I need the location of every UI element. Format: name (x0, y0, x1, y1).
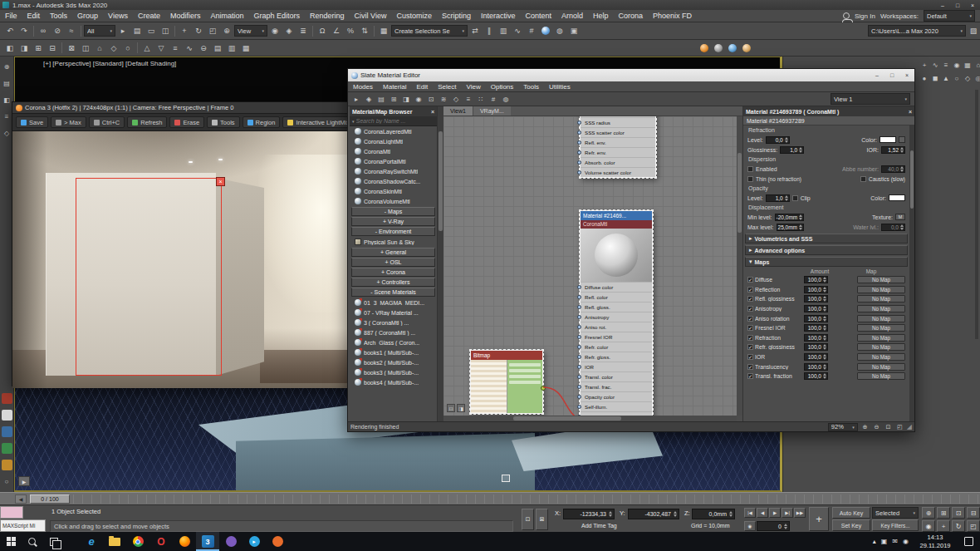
maximize-viewport-toggle-icon[interactable]: ◰ (967, 520, 980, 532)
utilities-tab-icon[interactable]: ⌂ (973, 60, 980, 70)
menu-item[interactable]: Animation (205, 10, 248, 22)
map-slot-button[interactable]: No Map (857, 276, 905, 283)
taskbar-app-vlc[interactable] (266, 532, 289, 551)
map-slot-button[interactable]: No Map (857, 295, 905, 303)
side-toolbar-icon[interactable] (2, 426, 12, 437)
side-toolbar-icon[interactable]: ⊕ (2, 61, 12, 72)
menu-item[interactable]: Interactive (476, 10, 521, 22)
map-amount-spinner[interactable]: 100,0 (804, 334, 828, 342)
slot-connector-icon[interactable] (577, 405, 581, 409)
tray-icon[interactable]: ✉ (892, 538, 898, 545)
map-amount-spinner[interactable]: 100,0 (804, 286, 828, 293)
show-shaded-in-viewport-icon[interactable]: ◨ (400, 93, 412, 105)
start-button[interactable] (0, 532, 22, 551)
taskbar-clock[interactable]: 14:13 29.11.2019 (911, 534, 959, 550)
object-type-icon[interactable]: ◎ (973, 73, 980, 83)
go-to-start-button[interactable]: |◀ (744, 508, 756, 518)
browser-section-environment[interactable]: - Environment (351, 227, 435, 236)
key-mode-toggle-icon[interactable]: ◉ (744, 521, 756, 531)
tool-icon[interactable]: ⊞ (32, 42, 45, 55)
refraction-level-spinner[interactable]: 0,0 (766, 136, 790, 144)
minimize-icon[interactable]: – (870, 69, 884, 81)
menu-item[interactable]: Graph Editors (248, 10, 305, 22)
node-slot[interactable]: Refl. gloss. (581, 302, 652, 312)
taskbar-app-chrome[interactable] (126, 532, 149, 551)
zoom-tool-icon[interactable]: ⊖ (872, 423, 881, 431)
put-to-library-icon[interactable]: ▤ (375, 93, 387, 105)
slot-connector-icon[interactable] (577, 395, 581, 399)
corona-toolbar-button[interactable]: Ctrl+C (89, 116, 125, 128)
redo-icon[interactable]: ↷ (17, 24, 31, 37)
slate-menu-item[interactable]: Edit (411, 81, 433, 91)
tool-icon[interactable]: △ (140, 42, 154, 55)
key-selection-dropdown[interactable]: Selected▾ (872, 507, 919, 519)
bitmap-node-title[interactable]: Bitmap (471, 351, 542, 360)
node-slot[interactable]: Transl. frac. (581, 381, 652, 391)
map-amount-spinner[interactable]: 100,0 (804, 353, 828, 361)
search-input[interactable] (356, 118, 434, 124)
rollout-maps[interactable]: ▾Maps (745, 257, 908, 267)
tool-icon[interactable]: ◫ (79, 42, 92, 55)
corona-toolbar-button[interactable]: Region (243, 116, 281, 128)
map-enable-checkbox[interactable]: ✓ (747, 287, 753, 293)
layer-manager-icon[interactable]: ▥ (497, 24, 510, 37)
map-slot-button[interactable]: No Map (857, 324, 905, 332)
go-to-end-button[interactable]: ▶▶ (794, 508, 806, 518)
select-object-icon[interactable]: ▸ (116, 24, 130, 37)
node-slot[interactable]: Anisotropy (581, 312, 652, 322)
minimize-icon[interactable]: – (935, 0, 950, 10)
refraction-color-map-button[interactable] (899, 136, 905, 143)
render-production-teapot-icon[interactable] (700, 44, 708, 52)
slate-menu-item[interactable]: Utilities (544, 81, 576, 91)
map-slot-button[interactable]: No Map (857, 315, 905, 322)
slot-connector-icon[interactable] (577, 385, 581, 389)
side-toolbar-icon[interactable] (2, 460, 12, 470)
corona-toolbar-button[interactable]: Refresh (127, 116, 167, 128)
action-center-icon[interactable] (964, 537, 973, 546)
node-slot[interactable]: Transl. color (581, 371, 652, 381)
reference-coordinate-dropdown[interactable]: View▾ (234, 25, 267, 37)
side-toolbar-icon[interactable] (2, 393, 12, 404)
params-close-icon[interactable]: × (909, 109, 912, 115)
map-enable-checkbox[interactable]: ✓ (747, 325, 753, 331)
motion-tab-icon[interactable]: ◉ (952, 60, 962, 70)
tool-icon[interactable]: ⊖ (197, 42, 210, 55)
render-preview-icon[interactable]: ◍ (500, 93, 512, 105)
tool-icon[interactable]: ◨ (17, 42, 31, 55)
menu-item[interactable]: Content (520, 10, 556, 22)
slot-connector-icon[interactable] (577, 160, 581, 165)
track-ruler[interactable] (73, 494, 978, 504)
close-icon[interactable]: × (965, 0, 980, 10)
track-bar[interactable]: ◀ 0 / 100 (0, 492, 980, 504)
min-level-spinner[interactable]: -20,0mm (775, 214, 805, 221)
taskbar-app-opera[interactable]: O (149, 532, 173, 551)
browser-scene-material-item[interactable]: 01_3_MAGMA_MEDI... (350, 298, 437, 307)
rollout-advanced-options[interactable]: ▸Advanced options (745, 245, 908, 255)
object-type-icon[interactable]: ▲ (941, 73, 951, 83)
map-amount-spinner[interactable]: 100,0 (804, 305, 828, 312)
node-slot[interactable]: Refl. color (581, 292, 652, 302)
pan-tool-icon[interactable]: ⊕ (860, 423, 870, 431)
corona-node-partial[interactable]: SSS amount SSS radius SSS sc (580, 116, 656, 178)
render-setup-icon[interactable]: ◍ (553, 24, 566, 37)
asset-library-icon[interactable]: ▨ (967, 24, 980, 37)
menu-item[interactable]: Scripting (437, 10, 476, 22)
set-keys-button[interactable]: + (809, 507, 829, 531)
menu-item[interactable]: Help (588, 10, 614, 22)
node-view[interactable]: View1 VRayM... SSS amount (443, 106, 742, 421)
spinner-snap-icon[interactable]: ⇅ (358, 24, 371, 37)
layout-children-icon[interactable]: ∷ (475, 93, 487, 105)
browser-section-maps[interactable]: - Maps (351, 207, 435, 216)
browser-close-icon[interactable]: × (431, 109, 434, 115)
map-amount-spinner[interactable]: 100,0 (804, 372, 828, 380)
side-toolbar-icon[interactable]: ◇ (2, 128, 12, 139)
browser-scene-material-item[interactable]: 07 - VRay Material ... (350, 307, 437, 317)
track-left-arrow-icon[interactable]: ◀ (15, 494, 27, 504)
corona-toolbar-button[interactable]: > Max (51, 116, 86, 128)
node-slot[interactable]: Refr. gloss. (581, 352, 652, 362)
map-slot-button[interactable]: No Map (857, 305, 905, 312)
browser-section-scene-materials[interactable]: - Scene Materials (351, 288, 435, 297)
close-icon[interactable]: × (899, 69, 914, 81)
schematic-view-icon[interactable]: # (525, 24, 538, 37)
tool-icon[interactable]: ▥ (225, 42, 238, 55)
